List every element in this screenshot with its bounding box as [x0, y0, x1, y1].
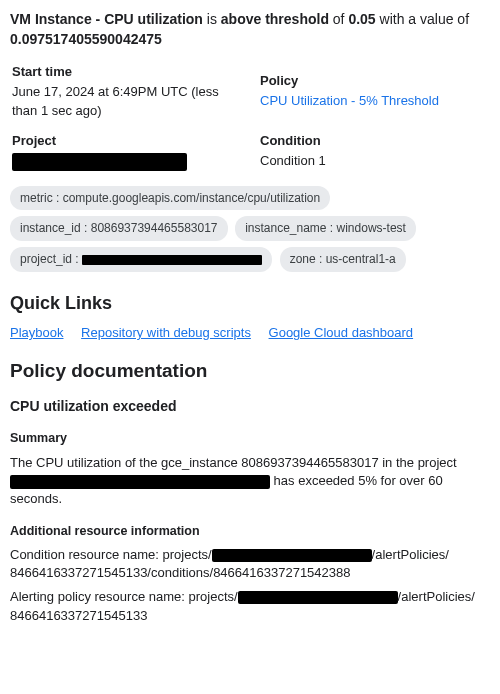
condition-resource-name: Condition resource name: projects//alert…	[10, 546, 490, 582]
chip-instance-name: instance_name : windows-test	[235, 216, 416, 241]
chip-project-id: project_id :	[10, 247, 272, 272]
policy-doc-heading: Policy documentation	[10, 358, 490, 385]
summary-text: The CPU utilization of the gce_instance …	[10, 454, 490, 509]
chip-instance-id: instance_id : 8086937394465583017	[10, 216, 228, 241]
policy-block: Policy CPU Utilization - 5% Threshold	[260, 72, 488, 110]
additional-info-label: Additional resource information	[10, 523, 490, 541]
project-label: Project	[12, 132, 240, 150]
dashboard-link[interactable]: Google Cloud dashboard	[269, 325, 414, 340]
label-chips: metric : compute.googleapis.com/instance…	[10, 183, 490, 275]
chip-metric: metric : compute.googleapis.com/instance…	[10, 186, 330, 211]
summary-label: Summary	[10, 430, 490, 448]
start-time-block: Start time June 17, 2024 at 6:49PM UTC (…	[12, 63, 240, 120]
chip-zone: zone : us-central1-a	[280, 247, 406, 272]
playbook-link[interactable]: Playbook	[10, 325, 63, 340]
alert-value: 0.097517405590042475	[10, 31, 162, 47]
condition-block: Condition Condition 1	[260, 132, 488, 171]
policy-project-redacted	[238, 591, 398, 604]
quick-links-row: Playbook Repository with debug scripts G…	[10, 324, 490, 342]
quick-links-heading: Quick Links	[10, 291, 490, 316]
alert-summary: VM Instance - CPU utilization is above t…	[10, 10, 490, 49]
chip-project-id-redacted	[82, 255, 262, 265]
alert-threshold: 0.05	[348, 11, 375, 27]
repo-link[interactable]: Repository with debug scripts	[81, 325, 251, 340]
start-time-value: June 17, 2024 at 6:49PM UTC (less than 1…	[12, 83, 240, 119]
policy-link[interactable]: CPU Utilization - 5% Threshold	[260, 93, 439, 108]
alert-resource-metric: VM Instance - CPU utilization	[10, 11, 203, 27]
cond-project-redacted	[212, 549, 372, 562]
alert-state: above threshold	[221, 11, 329, 27]
start-time-label: Start time	[12, 63, 240, 81]
summary-project-redacted	[10, 475, 270, 489]
policy-resource-name: Alerting policy resource name: projects/…	[10, 588, 490, 624]
condition-label: Condition	[260, 132, 488, 150]
policy-label: Policy	[260, 72, 488, 90]
doc-subheading: CPU utilization exceeded	[10, 397, 490, 417]
project-block: Project	[12, 132, 240, 171]
condition-value: Condition 1	[260, 152, 488, 170]
project-value-redacted	[12, 153, 187, 171]
